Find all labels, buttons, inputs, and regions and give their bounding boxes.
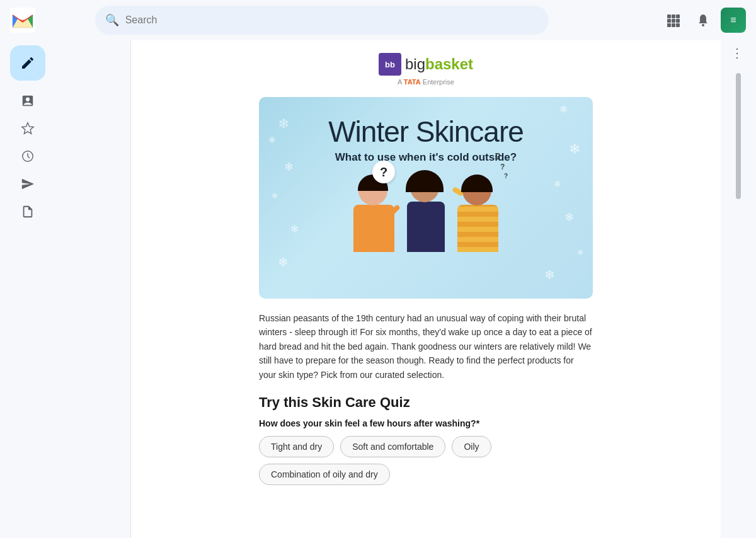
brand-name-suffix: basket <box>425 55 473 72</box>
tata-brand: TATA <box>404 78 421 86</box>
scrollbar-thumb[interactable] <box>736 73 741 199</box>
snowflake-decor: ❄ <box>564 210 574 224</box>
snowflake-decor: ❄ <box>278 255 289 270</box>
svg-rect-3 <box>672 14 675 18</box>
snowflake-decor: ❄ <box>577 248 583 257</box>
banner-figures: ? <box>353 176 498 252</box>
svg-rect-4 <box>676 14 680 18</box>
email-content-area: bb bigbasket A TATA Enterprise ❄ ❄ ❄ ❄ <box>131 40 721 538</box>
svg-point-11 <box>702 24 704 26</box>
search-icon: 🔍 <box>105 13 119 27</box>
email-body-text: Russian peasants of the 19th century had… <box>259 311 593 382</box>
tata-tagline: A TATA Enterprise <box>398 76 454 87</box>
quiz-question: How does your skin feel a few hours afte… <box>259 418 593 428</box>
snowflake-decor: ❄ <box>544 267 555 282</box>
topbar: 🔍 ≡ <box>0 0 756 40</box>
person-1: ? <box>353 176 394 252</box>
snowflake-decor: ❄ <box>272 192 278 200</box>
svg-rect-8 <box>667 23 671 27</box>
left-sidebar <box>0 40 55 538</box>
sidebar-item-starred[interactable] <box>5 116 50 141</box>
body-paragraph: Russian peasants of the 19th century had… <box>259 311 593 382</box>
brand-name: bigbasket <box>405 55 473 73</box>
sidebar-item-inbox[interactable] <box>5 88 50 113</box>
right-panel: ⋮ <box>721 40 756 538</box>
svg-rect-7 <box>676 19 680 23</box>
more-options-icon[interactable]: ⋮ <box>731 45 746 60</box>
email-body: bb bigbasket A TATA Enterprise ❄ ❄ ❄ ❄ <box>180 40 672 498</box>
svg-rect-5 <box>667 19 671 23</box>
waffle-app-icon[interactable]: ≡ <box>721 8 746 33</box>
gmail-logo[interactable] <box>10 8 35 33</box>
brand-name-prefix: big <box>405 55 425 72</box>
search-input[interactable] <box>125 14 539 26</box>
email-list-panel <box>55 40 131 538</box>
quiz-title: Try this Skin Care Quiz <box>259 394 593 411</box>
snowflake-decor: ❄ <box>559 103 568 115</box>
bigbasket-logo: bb bigbasket A TATA Enterprise <box>379 53 473 87</box>
quiz-option-combination[interactable]: Combination of oily and dry <box>259 464 390 485</box>
snowflake-decor: ❄ <box>554 179 561 189</box>
sidebar-item-drafts[interactable] <box>5 199 50 224</box>
search-bar[interactable]: 🔍 <box>95 6 549 35</box>
banner-image: ❄ ❄ ❄ ❄ ❄ ❄ ❄ ❄ ❄ ❄ ❄ ❄ Winter Skincare … <box>259 97 593 299</box>
svg-rect-6 <box>672 19 675 23</box>
quiz-option-oily[interactable]: Oily <box>452 436 491 457</box>
person-3: ? ? ? <box>457 176 498 252</box>
quiz-option-soft-comfortable[interactable]: Soft and comfortable <box>340 436 445 457</box>
svg-rect-2 <box>667 14 671 18</box>
compose-button[interactable] <box>10 45 45 81</box>
banner-title: Winter Skincare <box>328 115 524 149</box>
snowflake-decor: ❄ <box>290 223 299 235</box>
snowflake-decor: ❄ <box>278 116 289 132</box>
sidebar-item-sent[interactable] <box>5 171 50 197</box>
topbar-icons: ≡ <box>660 8 746 33</box>
main-layout: bb bigbasket A TATA Enterprise ❄ ❄ ❄ ❄ <box>0 40 756 538</box>
snowflake-decor: ❄ <box>569 141 580 157</box>
snowflake-decor: ❄ <box>268 135 276 145</box>
sidebar-item-snoozed[interactable] <box>5 144 50 169</box>
notifications-icon[interactable] <box>690 8 716 33</box>
banner-subtitle: What to use when it's cold outside? <box>335 151 517 164</box>
quiz-option-tight-dry[interactable]: Tight and dry <box>259 436 334 457</box>
svg-rect-9 <box>672 23 675 27</box>
person-2 <box>407 173 445 252</box>
bb-logo-row: bb bigbasket <box>379 53 473 76</box>
apps-icon[interactable] <box>660 8 685 33</box>
bb-icon-text: bb <box>385 60 395 69</box>
quiz-section: Try this Skin Care Quiz How does your sk… <box>259 394 593 485</box>
snowflake-decor: ❄ <box>284 160 294 174</box>
svg-rect-10 <box>676 23 680 27</box>
quiz-options: Tight and dry Soft and comfortable Oily … <box>259 436 593 485</box>
